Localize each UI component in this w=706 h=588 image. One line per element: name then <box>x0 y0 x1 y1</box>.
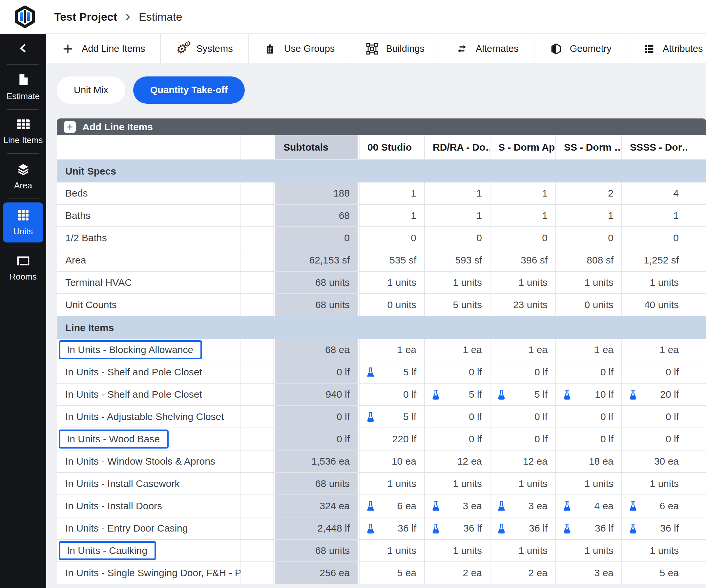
value-cell[interactable]: 1 units <box>490 272 555 293</box>
value-cell[interactable]: 1 <box>359 183 424 204</box>
value-cell[interactable]: 1 ea <box>555 339 621 361</box>
value-cell[interactable]: 0 lf <box>621 406 687 428</box>
value-cell[interactable]: 5 units <box>424 294 490 316</box>
value-cell[interactable]: 1 units <box>555 540 621 561</box>
attributes-button[interactable]: Attributes <box>627 34 706 63</box>
value-cell[interactable]: 0 units <box>359 294 424 316</box>
line-item-name-cell[interactable]: Baths <box>57 205 241 226</box>
value-cell[interactable]: 1 units <box>621 272 687 293</box>
line-item-name-cell[interactable]: In Units - Adjustable Shelving Closet <box>57 406 241 428</box>
value-cell[interactable]: 535 sf <box>359 249 424 271</box>
tab-unit-mix[interactable]: Unit Mix <box>57 76 125 104</box>
alternates-button[interactable]: Alternates <box>440 34 535 63</box>
value-cell[interactable]: 1 <box>621 205 687 226</box>
value-cell[interactable]: 6 ea <box>359 495 424 517</box>
sidebar-item-rooms[interactable]: Rooms <box>0 246 46 290</box>
line-item-name-cell[interactable]: In Units - Shelf and Pole Closet <box>57 384 241 405</box>
value-cell[interactable]: 36 lf <box>621 517 687 539</box>
value-cell[interactable]: 5 lf <box>359 361 424 383</box>
value-cell[interactable]: 0 units <box>555 294 621 316</box>
value-cell[interactable]: 0 lf <box>621 428 687 450</box>
line-item-name-cell[interactable]: Unit Counts <box>57 294 241 316</box>
value-cell[interactable]: 36 lf <box>555 517 621 539</box>
value-cell[interactable]: 1 units <box>424 473 490 495</box>
value-cell[interactable]: 1 units <box>424 272 490 293</box>
value-cell[interactable]: 0 <box>490 227 555 249</box>
value-cell[interactable]: 1 <box>359 205 424 226</box>
value-cell[interactable]: 0 lf <box>424 428 490 450</box>
sidebar-item-area[interactable]: Area <box>0 154 46 198</box>
use-groups-button[interactable]: Use Groups <box>249 34 351 63</box>
value-cell[interactable]: 1 units <box>359 540 424 561</box>
header-column[interactable]: SS - Dorm … <box>555 135 621 159</box>
line-item-name-cell[interactable]: Area <box>57 249 241 271</box>
line-item-name-cell[interactable]: In Units - Window Stools & Aprons <box>57 450 241 472</box>
tab-quantity-take-off[interactable]: Quantity Take-off <box>133 76 245 104</box>
line-item-name-cell[interactable]: 1/2 Baths <box>57 227 241 249</box>
value-cell[interactable]: 12 ea <box>490 450 555 472</box>
value-cell[interactable]: 1 <box>490 205 555 226</box>
line-item-name-cell[interactable]: In Units - Caulking <box>57 540 241 561</box>
header-column[interactable]: SSSS - Dor… <box>621 135 687 159</box>
header-column[interactable]: 00 Studio <box>359 135 424 159</box>
value-cell[interactable]: 0 <box>359 227 424 249</box>
value-cell[interactable]: 0 lf <box>621 361 687 383</box>
value-cell[interactable]: 808 sf <box>555 249 621 271</box>
value-cell[interactable]: 1 units <box>490 540 555 561</box>
value-cell[interactable]: 36 lf <box>359 517 424 539</box>
header-subtotals[interactable]: Subtotals <box>275 135 358 159</box>
value-cell[interactable]: 23 units <box>490 294 555 316</box>
value-cell[interactable]: 0 lf <box>424 361 490 383</box>
value-cell[interactable]: 1 units <box>359 272 424 293</box>
value-cell[interactable]: 5 ea <box>621 562 687 584</box>
value-cell[interactable]: 0 lf <box>490 361 555 383</box>
value-cell[interactable]: 5 lf <box>490 384 555 405</box>
line-item-name-cell[interactable]: In Units - Wood Base <box>57 428 241 450</box>
value-cell[interactable]: 1 units <box>621 473 687 495</box>
value-cell[interactable]: 3 ea <box>424 495 490 517</box>
sidebar-item-line-items[interactable]: Line Items <box>0 110 46 153</box>
value-cell[interactable]: 4 <box>621 183 687 204</box>
value-cell[interactable]: 18 ea <box>555 450 621 472</box>
value-cell[interactable]: 1 ea <box>424 339 490 361</box>
value-cell[interactable]: 220 lf <box>359 428 424 450</box>
value-cell[interactable]: 6 ea <box>621 495 687 517</box>
value-cell[interactable]: 0 lf <box>490 428 555 450</box>
value-cell[interactable]: 2 ea <box>424 562 490 584</box>
add-line-items-icon-button[interactable] <box>64 121 76 133</box>
value-cell[interactable]: 5 ea <box>359 562 424 584</box>
value-cell[interactable]: 1 ea <box>490 339 555 361</box>
value-cell[interactable]: 1 <box>555 205 621 226</box>
value-cell[interactable]: 1 <box>424 205 490 226</box>
value-cell[interactable]: 10 ea <box>359 450 424 472</box>
value-cell[interactable]: 20 lf <box>621 384 687 405</box>
value-cell[interactable]: 1,252 sf <box>621 249 687 271</box>
value-cell[interactable]: 1 units <box>555 473 621 495</box>
breadcrumb-project[interactable]: Test Project <box>54 10 117 23</box>
value-cell[interactable]: 0 lf <box>359 384 424 405</box>
line-item-name-cell[interactable]: Terminal HVAC <box>57 272 241 293</box>
sidebar-item-estimate[interactable]: Estimate <box>0 65 46 109</box>
geometry-button[interactable]: Geometry <box>535 34 627 63</box>
value-cell[interactable]: 0 lf <box>555 428 621 450</box>
value-cell[interactable]: 5 lf <box>359 406 424 428</box>
value-cell[interactable]: 30 ea <box>621 450 687 472</box>
value-cell[interactable]: 36 lf <box>424 517 490 539</box>
line-item-name-cell[interactable]: In Units - Install Doors <box>57 495 241 517</box>
line-item-name-cell[interactable]: In Units - Blocking Allowance <box>57 339 241 361</box>
buildings-button[interactable]: Buildings <box>350 34 440 63</box>
value-cell[interactable]: 1 units <box>424 540 490 561</box>
value-cell[interactable]: 4 ea <box>555 495 621 517</box>
value-cell[interactable]: 1 units <box>621 540 687 561</box>
value-cell[interactable]: 0 <box>555 227 621 249</box>
value-cell[interactable]: 1 ea <box>621 339 687 361</box>
value-cell[interactable]: 396 sf <box>490 249 555 271</box>
value-cell[interactable]: 0 <box>621 227 687 249</box>
value-cell[interactable]: 1 ea <box>359 339 424 361</box>
value-cell[interactable]: 3 ea <box>490 495 555 517</box>
value-cell[interactable]: 36 lf <box>490 517 555 539</box>
value-cell[interactable]: 0 lf <box>490 406 555 428</box>
value-cell[interactable]: 1 units <box>490 473 555 495</box>
value-cell[interactable]: 0 lf <box>555 406 621 428</box>
sidebar-collapse-button[interactable] <box>0 34 46 64</box>
